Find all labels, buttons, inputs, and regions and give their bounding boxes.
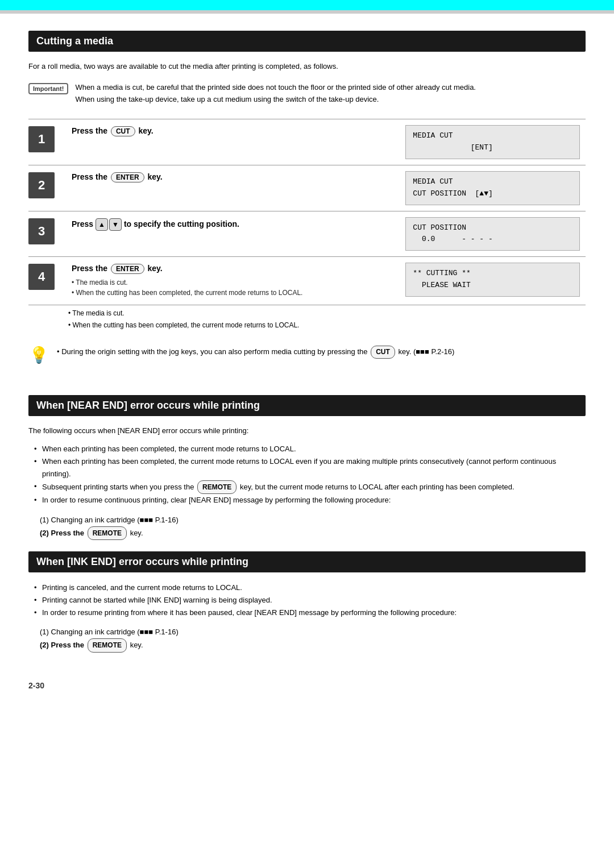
step-1-lcd: MEDIA CUT [ENT]: [405, 125, 580, 159]
step-2-display-cell: MEDIA CUT CUT POSITION [▲▼]: [400, 165, 586, 211]
page-number: 2-30: [28, 681, 44, 690]
step-4-instruction: Press the ENTER key.: [72, 264, 391, 274]
step-3-number-box: 3: [28, 218, 55, 244]
step-1-number-box: 1: [28, 126, 55, 152]
near-end-step2-label: (2) Press the: [40, 529, 84, 537]
step-4-number-cell: 4: [28, 257, 68, 305]
step-4-desc-cell: Press the ENTER key. • The media is cut.…: [68, 257, 400, 305]
important-bullet-1: When a media is cut, be careful that the…: [75, 82, 476, 94]
near-end-step1: (1) Changing an ink cartridge (■■■ P.1-1…: [40, 514, 586, 526]
step-1-suffix: key.: [139, 126, 154, 135]
page-footer: 2-30: [0, 675, 614, 696]
step-1-row: 1 Press the CUT key. MEDIA CUT [ENT]: [28, 119, 586, 165]
near-end-title: When [NEAR END] error occurs while print…: [28, 395, 586, 416]
near-end-remote-key[interactable]: REMOTE: [88, 526, 127, 540]
top-cyan-bar: [0, 0, 614, 10]
ink-end-step1: (1) Changing an ink cartridge (■■■ P.1-1…: [40, 626, 586, 638]
step-4-sub-note-2: • When the cutting has been completed, t…: [68, 319, 586, 331]
step-1-cut-key[interactable]: CUT: [111, 126, 135, 136]
step-2-prefix: Press the: [72, 172, 107, 181]
ink-end-section: When [INK END] error occurs while printi…: [28, 551, 586, 653]
near-end-step2: (2) Press the REMOTE key.: [40, 526, 586, 540]
step-1-number-cell: 1: [28, 119, 68, 165]
ink-end-title: When [INK END] error occurs while printi…: [28, 551, 586, 572]
step-3-row: 3 Press ▲▼ to specify the cutting positi…: [28, 211, 586, 257]
step-1-prefix: Press the: [72, 126, 107, 135]
step-4-display-cell: ** CUTTING ** PLEASE WAIT: [400, 257, 586, 305]
jog-up-key[interactable]: ▲: [96, 218, 108, 231]
step-2-lcd: MEDIA CUT CUT POSITION [▲▼]: [405, 171, 580, 205]
near-end-section: When [NEAR END] error occurs while print…: [28, 395, 586, 540]
step-4-notes: • The media is cut. • When the cutting h…: [72, 277, 391, 298]
steps-table: 1 Press the CUT key. MEDIA CUT [ENT]: [28, 119, 586, 305]
important-box: Important! When a media is cut, be caref…: [28, 82, 586, 106]
tip-text-content: • During the origin setting with the jog…: [57, 346, 454, 359]
near-end-bullet-4: In order to resume continuous printing, …: [34, 494, 586, 506]
ink-end-step2: (2) Press the REMOTE key.: [40, 638, 586, 652]
near-end-bullets: When each printing has been completed, t…: [28, 443, 586, 507]
cutting-media-section: Cutting a media For a roll media, two wa…: [28, 31, 586, 370]
step-4-lcd: ** CUTTING ** PLEASE WAIT: [405, 263, 580, 297]
ink-end-step2-label: (2) Press the: [40, 641, 84, 649]
step-3-suffix: to specify the cutting position.: [124, 219, 239, 228]
step-4-note-2: • When the cutting has been completed, t…: [72, 288, 391, 298]
step-3-prefix: Press: [72, 219, 93, 228]
step-3-number-cell: 3: [28, 211, 68, 257]
step-4-prefix: Press the: [72, 264, 107, 273]
near-end-bullet-1: When each printing has been completed, t…: [34, 443, 586, 455]
step-4-suffix: key.: [148, 264, 163, 273]
step-2-number-cell: 2: [28, 165, 68, 211]
near-end-procedure: (1) Changing an ink cartridge (■■■ P.1-1…: [28, 514, 586, 540]
step-4-enter-key[interactable]: ENTER: [111, 264, 144, 274]
step-3-lcd: CUT POSITION 0.0 - - - -: [405, 217, 580, 251]
tip-lightbulb-icon: 💡: [28, 346, 49, 364]
near-end-bullet-3: Subsequent printing starts when you pres…: [34, 480, 586, 494]
near-end-remote-key-inline[interactable]: REMOTE: [197, 480, 237, 494]
step-2-instruction: Press the ENTER key.: [72, 172, 391, 182]
ink-end-remote-key[interactable]: REMOTE: [88, 638, 127, 652]
step-4-row: 4 Press the ENTER key. • The media is cu…: [28, 257, 586, 305]
step-2-suffix: key.: [148, 172, 163, 181]
near-end-step2-suffix: key.: [130, 529, 143, 537]
cutting-media-title: Cutting a media: [28, 31, 586, 52]
ink-end-bullet-2: Printing cannot be started while [INK EN…: [34, 594, 586, 607]
step-1-desc-cell: Press the CUT key.: [68, 119, 400, 165]
step-3-desc-cell: Press ▲▼ to specify the cutting position…: [68, 211, 400, 257]
step-4-sub-notes: • The media is cut. • When the cutting h…: [28, 308, 586, 331]
step-2-number-box: 2: [28, 172, 55, 198]
ink-end-bullets: Printing is canceled, and the current mo…: [28, 582, 586, 619]
step-3-display-cell: CUT POSITION 0.0 - - - -: [400, 211, 586, 257]
step-4-note-1: • The media is cut.: [72, 277, 391, 288]
step-4-sub-note-1: • The media is cut.: [68, 308, 586, 319]
ink-end-step2-suffix: key.: [130, 641, 143, 649]
important-text: When a media is cut, be careful that the…: [75, 82, 476, 106]
ink-end-bullet-3: In order to resume printing from where i…: [34, 607, 586, 619]
near-end-bullet-2: When each printing has been completed, t…: [34, 455, 586, 480]
important-bullet-2: When using the take-up device, take up a…: [75, 94, 476, 106]
tip-cut-key[interactable]: CUT: [371, 346, 395, 359]
ink-end-bullet-1: Printing is canceled, and the current mo…: [34, 582, 586, 594]
step-2-row: 2 Press the ENTER key. MEDIA CUT CUT POS…: [28, 165, 586, 211]
step-3-jog-keys: ▲▼: [96, 218, 122, 231]
important-badge: Important!: [28, 83, 68, 94]
ink-end-procedure: (1) Changing an ink cartridge (■■■ P.1-1…: [28, 626, 586, 652]
tip-box: 💡 • During the origin setting with the j…: [28, 340, 586, 370]
jog-down-key[interactable]: ▼: [109, 218, 122, 231]
step-1-instruction: Press the CUT key.: [72, 126, 391, 136]
step-3-instruction: Press ▲▼ to specify the cutting position…: [72, 218, 391, 231]
near-end-intro: The following occurs when [NEAR END] err…: [28, 425, 586, 437]
step-1-display-cell: MEDIA CUT [ENT]: [400, 119, 586, 165]
cutting-media-intro: For a roll media, two ways are available…: [28, 61, 586, 73]
step-4-number-box: 4: [28, 264, 55, 290]
step-2-enter-key[interactable]: ENTER: [111, 172, 144, 182]
step-2-desc-cell: Press the ENTER key.: [68, 165, 400, 211]
